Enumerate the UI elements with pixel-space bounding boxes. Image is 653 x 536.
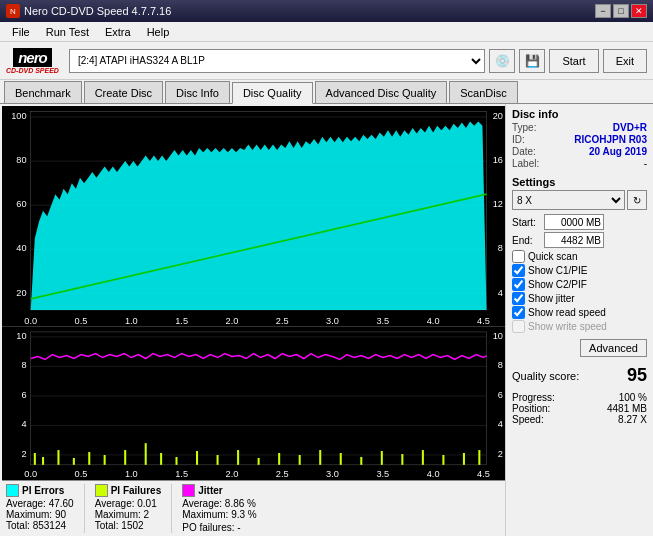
menu-run-test[interactable]: Run Test: [38, 24, 97, 40]
speed-label: Speed:: [512, 414, 544, 425]
disc-label-value: -: [644, 158, 647, 169]
pi-errors-total: Total: 853124: [6, 520, 74, 531]
start-mb-input[interactable]: [544, 214, 604, 230]
chart-area: 100 80 60 40 20 20 16 12 8 4: [2, 106, 505, 536]
maximize-button[interactable]: □: [613, 4, 629, 18]
jitter-avg: Average: 8.86 %: [182, 498, 256, 509]
stats-bar: PI Errors Average: 47.60 Maximum: 90 Tot…: [2, 480, 505, 536]
exit-button[interactable]: Exit: [603, 49, 647, 73]
window-controls: − □ ✕: [595, 4, 647, 18]
tab-advanced-disc-quality[interactable]: Advanced Disc Quality: [315, 81, 448, 103]
tab-disc-info[interactable]: Disc Info: [165, 81, 230, 103]
show-c1pie-label: Show C1/PIE: [528, 265, 587, 276]
disc-icon-button[interactable]: 💿: [489, 49, 515, 73]
tab-benchmark[interactable]: Benchmark: [4, 81, 82, 103]
svg-text:1.5: 1.5: [175, 469, 188, 479]
speed-row-progress: Speed: 8.27 X: [512, 414, 647, 425]
show-read-speed-row: Show read speed: [512, 306, 647, 319]
svg-text:1.0: 1.0: [125, 315, 138, 326]
show-write-speed-checkbox[interactable]: [512, 320, 525, 333]
menu-extra[interactable]: Extra: [97, 24, 139, 40]
start-mb-label: Start:: [512, 217, 540, 228]
speed-select[interactable]: 8 X Max 1 X 2 X 4 X 12 X 16 X: [512, 190, 625, 210]
svg-text:20: 20: [493, 110, 503, 121]
svg-text:4.5: 4.5: [477, 315, 490, 326]
svg-rect-43: [31, 332, 487, 465]
show-jitter-checkbox[interactable]: [512, 292, 525, 305]
svg-text:1.5: 1.5: [175, 315, 188, 326]
end-mb-label: End:: [512, 235, 540, 246]
end-mb-input[interactable]: [544, 232, 604, 248]
show-read-speed-checkbox[interactable]: [512, 306, 525, 319]
disc-type-row: Type: DVD+R: [512, 122, 647, 133]
refresh-button[interactable]: ↻: [627, 190, 647, 210]
close-button[interactable]: ✕: [631, 4, 647, 18]
show-c2pif-label: Show C2/PIF: [528, 279, 587, 290]
main-content: 100 80 60 40 20 20 16 12 8 4: [0, 104, 653, 536]
svg-text:6: 6: [21, 390, 26, 400]
show-write-speed-row: Show write speed: [512, 320, 647, 333]
speed-value: 8.27 X: [618, 414, 647, 425]
svg-text:2.0: 2.0: [226, 469, 239, 479]
pi-failures-color: [95, 484, 108, 497]
upper-chart: 100 80 60 40 20 20 16 12 8 4: [2, 106, 505, 326]
pi-failures-avg: Average: 0.01: [95, 498, 162, 509]
show-write-speed-label: Show write speed: [528, 321, 607, 332]
save-button[interactable]: 💾: [519, 49, 545, 73]
svg-text:4: 4: [498, 286, 504, 297]
svg-text:0.5: 0.5: [75, 469, 88, 479]
svg-text:8: 8: [498, 361, 503, 371]
svg-text:2.5: 2.5: [276, 469, 289, 479]
advanced-button[interactable]: Advanced: [580, 339, 647, 357]
disc-id-row: ID: RICOHJPN R03: [512, 134, 647, 145]
tab-create-disc[interactable]: Create Disc: [84, 81, 163, 103]
disc-label-row: Label: -: [512, 158, 647, 169]
quality-score-value: 95: [627, 365, 647, 386]
jitter-label: Jitter: [198, 485, 222, 496]
settings-section: Settings 8 X Max 1 X 2 X 4 X 12 X 16 X ↻…: [512, 176, 647, 357]
pi-errors-label: PI Errors: [22, 485, 64, 496]
quick-scan-checkbox[interactable]: [512, 250, 525, 263]
svg-text:4: 4: [21, 420, 26, 430]
minimize-button[interactable]: −: [595, 4, 611, 18]
svg-text:10: 10: [16, 331, 26, 341]
title-bar-text: Nero CD-DVD Speed 4.7.7.16: [24, 5, 171, 17]
menu-help[interactable]: Help: [139, 24, 178, 40]
show-c1pie-checkbox[interactable]: [512, 264, 525, 277]
show-jitter-row: Show jitter: [512, 292, 647, 305]
quick-scan-row: Quick scan: [512, 250, 647, 263]
disc-date-value: 20 Aug 2019: [589, 146, 647, 157]
progress-value: 100 %: [619, 392, 647, 403]
show-c2pif-row: Show C2/PIF: [512, 278, 647, 291]
svg-text:6: 6: [498, 390, 503, 400]
pi-failures-total: Total: 1502: [95, 520, 162, 531]
pi-failures-label: PI Failures: [111, 485, 162, 496]
disc-type-label: Type:: [512, 122, 536, 133]
svg-text:8: 8: [498, 242, 503, 253]
jitter-stats: Jitter Average: 8.86 % Maximum: 9.3 % PO…: [182, 484, 256, 533]
tab-disc-quality[interactable]: Disc Quality: [232, 82, 313, 104]
svg-text:12: 12: [493, 198, 503, 209]
svg-marker-16: [31, 121, 487, 309]
svg-text:0.0: 0.0: [24, 469, 37, 479]
jitter-max: Maximum: 9.3 %: [182, 509, 256, 520]
pi-errors-stats: PI Errors Average: 47.60 Maximum: 90 Tot…: [6, 484, 74, 533]
position-label: Position:: [512, 403, 550, 414]
disc-id-label: ID:: [512, 134, 525, 145]
start-button[interactable]: Start: [549, 49, 598, 73]
lower-chart: 10 8 6 4 2 10 8 6 4 2: [2, 326, 505, 480]
menu-file[interactable]: File: [4, 24, 38, 40]
show-c2pif-checkbox[interactable]: [512, 278, 525, 291]
drive-select[interactable]: [2:4] ATAPI iHAS324 A BL1P: [69, 49, 486, 73]
pi-errors-color: [6, 484, 19, 497]
svg-text:3.0: 3.0: [326, 315, 339, 326]
start-mb-row: Start:: [512, 214, 647, 230]
tab-scan-disc[interactable]: ScanDisc: [449, 81, 517, 103]
right-panel: Disc info Type: DVD+R ID: RICOHJPN R03 D…: [505, 104, 653, 536]
divider-1: [84, 484, 85, 533]
svg-text:3.5: 3.5: [376, 315, 389, 326]
po-failures: PO failures: -: [182, 522, 256, 533]
svg-text:4: 4: [498, 420, 503, 430]
show-read-speed-label: Show read speed: [528, 307, 606, 318]
svg-text:20: 20: [16, 286, 26, 297]
